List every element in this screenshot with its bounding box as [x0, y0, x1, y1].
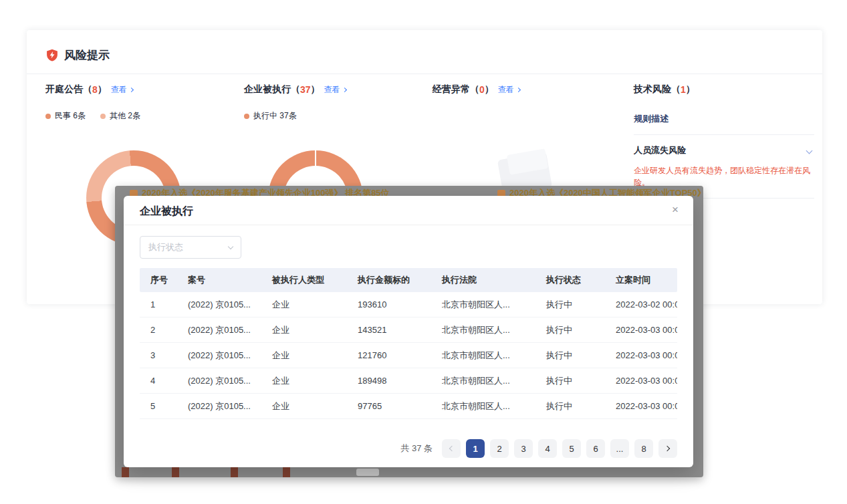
- section-count: 1: [681, 84, 686, 95]
- cell-case: (2022) 京0105...: [177, 299, 261, 311]
- cell-date: 2022-03-03 00:0...: [605, 325, 677, 335]
- header-cell-status: 执行状态: [535, 274, 605, 286]
- page: 风险提示 开庭公告 （ 8 ） 查看 民事 6条 其他 2: [0, 0, 847, 504]
- page-button[interactable]: 4: [538, 439, 557, 458]
- cell-amount: 121760: [347, 350, 431, 360]
- modal-header: 企业被执行 ×: [124, 196, 693, 225]
- execution-status-select[interactable]: 执行状态: [140, 236, 241, 259]
- cell-status: 执行中: [535, 400, 605, 412]
- cell-type: 企业: [261, 400, 347, 412]
- execution-table: 序号 案号 被执行人类型 执行金额标的 执行法院 执行状态 立案时间 1 (20…: [140, 268, 677, 419]
- section-count: 8: [92, 84, 98, 95]
- view-link-court[interactable]: 查看: [111, 84, 133, 96]
- dimmed-bar-fragment: [122, 467, 129, 477]
- section-title: 技术风险: [634, 84, 671, 96]
- legend-item: 其他 2条: [100, 110, 140, 122]
- dimmed-bar-fragment: [172, 467, 179, 477]
- view-link-execution[interactable]: 查看: [324, 84, 346, 96]
- paren: ）: [686, 84, 695, 96]
- legend-item: 民事 6条: [45, 110, 86, 122]
- page-title: 风险提示: [64, 47, 110, 63]
- cell-case: (2022) 京0105...: [177, 324, 261, 336]
- pagination-total: 共 37 条: [400, 443, 433, 455]
- page-button[interactable]: 3: [514, 439, 533, 458]
- cell-date: 2022-03-03 00:0...: [605, 376, 677, 386]
- close-icon[interactable]: ×: [669, 203, 681, 217]
- section-execution: 企业被执行 （ 37 ） 查看: [244, 84, 346, 96]
- paren: （: [83, 84, 92, 96]
- table-row: 3 (2022) 京0105... 企业 121760 北京市朝阳区人... 执…: [140, 343, 677, 368]
- cell-case: (2022) 京0105...: [177, 350, 261, 362]
- section-count: 0: [479, 84, 485, 95]
- cell-no: 2: [140, 325, 177, 335]
- risk-item-staff-loss[interactable]: 人员流失风险: [634, 144, 814, 156]
- dimmed-bar-fragment: [231, 467, 238, 477]
- legend-item: 执行中 37条: [244, 110, 297, 122]
- chevron-left-icon: [449, 446, 455, 451]
- award-list-item: 2020年入选《2020中国人工智能领军企业TOP50》: [497, 187, 703, 197]
- select-placeholder: 执行状态: [148, 241, 183, 253]
- cell-date: 2022-03-02 00:0...: [605, 299, 677, 309]
- chevron-right-icon: [664, 446, 670, 451]
- cell-case: (2022) 京0105...: [177, 375, 261, 387]
- paren: ）: [98, 84, 107, 96]
- cell-no: 3: [140, 350, 177, 360]
- chevron-right-icon: [129, 87, 134, 92]
- header-cell-court: 执行法院: [431, 274, 535, 286]
- risk-shield-icon: [45, 48, 59, 62]
- award-list-item: 2020年入选《2020年服务基建产业领先企业100强》 排名第85位: [130, 187, 390, 197]
- header-cell-amount: 执行金额标的: [347, 274, 431, 286]
- dimmed-button-fragment: [356, 469, 379, 476]
- risk-item-description: 企业研发人员有流失趋势，团队稳定性存在潜在风险。: [634, 164, 814, 188]
- cell-date: 2022-03-03 00:0...: [605, 401, 677, 411]
- cell-type: 企业: [261, 375, 347, 387]
- view-link-abnormal[interactable]: 查看: [498, 84, 520, 96]
- table-row: 5 (2022) 京0105... 企业 97765 北京市朝阳区人... 执行…: [140, 394, 677, 419]
- cell-status: 执行中: [535, 324, 605, 336]
- cell-court: 北京市朝阳区人...: [431, 299, 535, 311]
- section-title: 经营异常: [433, 84, 470, 96]
- section-title: 企业被执行: [244, 84, 291, 96]
- section-tech-risk: 技术风险 （ 1 ） 规则描述 人员流失风险 企业研发人员有流失趋势，团队稳定性…: [634, 84, 814, 199]
- cell-amount: 193610: [347, 299, 431, 309]
- risk-item-title: 人员流失风险: [634, 144, 686, 156]
- pagination-next-button[interactable]: [658, 439, 677, 458]
- pagination-ellipsis-button[interactable]: ...: [610, 439, 629, 458]
- cell-no: 4: [140, 376, 177, 386]
- cell-type: 企业: [261, 324, 347, 336]
- cell-status: 执行中: [535, 375, 605, 387]
- cell-amount: 97765: [347, 401, 431, 411]
- table-row: 2 (2022) 京0105... 企业 143521 北京市朝阳区人... 执…: [140, 318, 677, 343]
- execution-modal: 企业被执行 × 执行状态 序号 案号 被执行人类型 执行金额标的 执行法院 执行…: [124, 196, 693, 467]
- table-header-row: 序号 案号 被执行人类型 执行金额标的 执行法院 执行状态 立案时间: [140, 268, 677, 292]
- rule-description-heading: 规则描述: [634, 113, 814, 125]
- dimmed-bar-fragment: [283, 467, 290, 477]
- chevron-right-icon: [516, 87, 521, 92]
- page-button[interactable]: 1: [466, 439, 485, 458]
- section-count: 37: [300, 84, 311, 95]
- table-row: 1 (2022) 京0105... 企业 193610 北京市朝阳区人... 执…: [140, 292, 677, 318]
- page-button[interactable]: 8: [634, 439, 653, 458]
- paren: （: [671, 84, 681, 96]
- page-button[interactable]: 2: [490, 439, 509, 458]
- risk-panel-header: 风险提示: [45, 47, 110, 63]
- cell-no: 1: [140, 299, 177, 309]
- cell-date: 2022-03-03 00:0...: [605, 350, 677, 360]
- cell-status: 执行中: [535, 350, 605, 362]
- cell-court: 北京市朝阳区人...: [431, 400, 535, 412]
- pagination-prev-button[interactable]: [442, 439, 461, 458]
- paren: ）: [485, 84, 494, 96]
- legend-dot-icon: [244, 114, 249, 119]
- page-button[interactable]: 6: [586, 439, 605, 458]
- chevron-down-icon[interactable]: [806, 147, 813, 154]
- dimmed-background-content: 2020年入选《2020年服务基建产业领先企业100强》 排名第85位 2020…: [115, 186, 703, 197]
- paren: （: [291, 84, 300, 96]
- header-cell-no: 序号: [140, 274, 177, 286]
- cell-amount: 189498: [347, 376, 431, 386]
- table-row: 4 (2022) 京0105... 企业 189498 北京市朝阳区人... 执…: [140, 368, 677, 394]
- header-cell-case: 案号: [177, 274, 261, 286]
- cell-amount: 143521: [347, 325, 431, 335]
- page-button[interactable]: 5: [562, 439, 581, 458]
- cell-court: 北京市朝阳区人...: [431, 324, 535, 336]
- cell-no: 5: [140, 401, 177, 411]
